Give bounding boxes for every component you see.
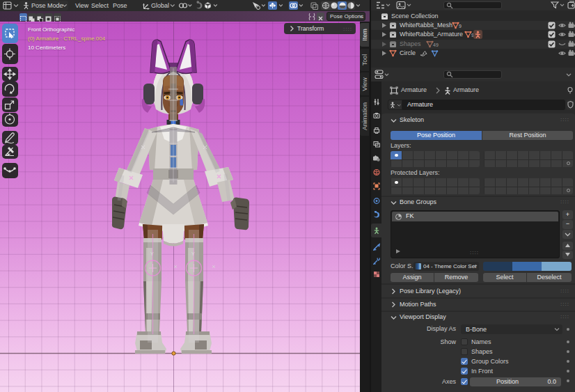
svg-text:Y: Y <box>191 251 195 256</box>
svg-text:Y: Y <box>150 251 154 256</box>
